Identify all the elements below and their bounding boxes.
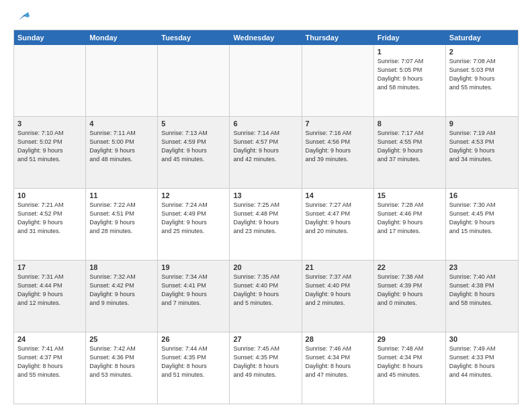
day-cell-25: 25Sunrise: 7:42 AM Sunset: 4:36 PM Dayli… (86, 332, 158, 404)
day-info: Sunrise: 7:13 AM Sunset: 4:59 PM Dayligh… (161, 129, 226, 164)
day-info: Sunrise: 7:30 AM Sunset: 4:45 PM Dayligh… (449, 201, 515, 236)
day-info: Sunrise: 7:14 AM Sunset: 4:57 PM Dayligh… (233, 129, 298, 164)
day-cell-24: 24Sunrise: 7:41 AM Sunset: 4:37 PM Dayli… (14, 332, 86, 404)
weekday-header-tuesday: Tuesday (158, 30, 230, 45)
day-cell-21: 21Sunrise: 7:37 AM Sunset: 4:40 PM Dayli… (302, 261, 374, 332)
day-number: 11 (89, 191, 154, 199)
day-number: 5 (161, 120, 226, 128)
day-number: 16 (449, 191, 515, 199)
header (13, 11, 519, 24)
day-cell-11: 11Sunrise: 7:22 AM Sunset: 4:51 PM Dayli… (86, 189, 158, 260)
day-info: Sunrise: 7:44 AM Sunset: 4:35 PM Dayligh… (161, 345, 226, 379)
day-number: 6 (233, 120, 298, 128)
day-number: 20 (233, 263, 298, 271)
calendar-body: 1Sunrise: 7:07 AM Sunset: 5:05 PM Daylig… (14, 45, 518, 404)
day-number: 14 (306, 191, 370, 199)
day-info: Sunrise: 7:10 AM Sunset: 5:02 PM Dayligh… (17, 129, 82, 164)
day-info: Sunrise: 7:11 AM Sunset: 5:00 PM Dayligh… (89, 129, 154, 164)
day-cell-29: 29Sunrise: 7:48 AM Sunset: 4:34 PM Dayli… (374, 332, 446, 404)
day-info: Sunrise: 7:16 AM Sunset: 4:56 PM Dayligh… (306, 129, 370, 164)
day-number: 7 (306, 120, 370, 128)
logo (13, 11, 30, 24)
day-cell-28: 28Sunrise: 7:46 AM Sunset: 4:34 PM Dayli… (302, 332, 374, 404)
weekday-header-friday: Friday (374, 30, 446, 45)
day-info: Sunrise: 7:45 AM Sunset: 4:35 PM Dayligh… (233, 345, 298, 379)
day-number: 9 (449, 120, 515, 128)
day-info: Sunrise: 7:07 AM Sunset: 5:05 PM Dayligh… (378, 57, 442, 92)
day-cell-20: 20Sunrise: 7:35 AM Sunset: 4:40 PM Dayli… (230, 261, 302, 332)
day-cell-19: 19Sunrise: 7:34 AM Sunset: 4:41 PM Dayli… (158, 261, 230, 332)
day-cell-5: 5Sunrise: 7:13 AM Sunset: 4:59 PM Daylig… (158, 117, 230, 188)
day-number: 26 (161, 335, 226, 343)
day-cell-2: 2Sunrise: 7:08 AM Sunset: 5:03 PM Daylig… (446, 45, 518, 116)
day-info: Sunrise: 7:48 AM Sunset: 4:34 PM Dayligh… (378, 345, 442, 379)
logo-bird-icon (15, 12, 30, 23)
day-cell-13: 13Sunrise: 7:25 AM Sunset: 4:48 PM Dayli… (230, 189, 302, 260)
day-cell-26: 26Sunrise: 7:44 AM Sunset: 4:35 PM Dayli… (158, 332, 230, 404)
day-number: 19 (161, 263, 226, 271)
day-number: 21 (306, 263, 370, 271)
day-number: 1 (378, 48, 442, 56)
day-info: Sunrise: 7:22 AM Sunset: 4:51 PM Dayligh… (89, 201, 154, 236)
day-cell-8: 8Sunrise: 7:17 AM Sunset: 4:55 PM Daylig… (374, 117, 446, 188)
day-number: 12 (161, 191, 226, 199)
day-info: Sunrise: 7:46 AM Sunset: 4:34 PM Dayligh… (306, 345, 370, 379)
day-number: 2 (449, 48, 515, 56)
day-number: 29 (378, 335, 442, 343)
day-info: Sunrise: 7:40 AM Sunset: 4:38 PM Dayligh… (449, 273, 515, 308)
day-cell-7: 7Sunrise: 7:16 AM Sunset: 4:56 PM Daylig… (302, 117, 374, 188)
calendar-header: SundayMondayTuesdayWednesdayThursdayFrid… (14, 30, 518, 45)
day-cell-6: 6Sunrise: 7:14 AM Sunset: 4:57 PM Daylig… (230, 117, 302, 188)
day-number: 23 (449, 263, 515, 271)
day-info: Sunrise: 7:35 AM Sunset: 4:40 PM Dayligh… (233, 273, 298, 308)
day-cell-22: 22Sunrise: 7:38 AM Sunset: 4:39 PM Dayli… (374, 261, 446, 332)
empty-cell (158, 45, 230, 116)
day-info: Sunrise: 7:34 AM Sunset: 4:41 PM Dayligh… (161, 273, 226, 308)
day-number: 24 (17, 335, 82, 343)
day-number: 30 (449, 335, 515, 343)
day-number: 15 (378, 191, 442, 199)
calendar-row-3: 17Sunrise: 7:31 AM Sunset: 4:44 PM Dayli… (14, 261, 518, 332)
day-info: Sunrise: 7:41 AM Sunset: 4:37 PM Dayligh… (17, 345, 82, 379)
day-cell-14: 14Sunrise: 7:27 AM Sunset: 4:47 PM Dayli… (302, 189, 374, 260)
day-cell-15: 15Sunrise: 7:28 AM Sunset: 4:46 PM Dayli… (374, 189, 446, 260)
calendar: SundayMondayTuesdayWednesdayThursdayFrid… (13, 30, 519, 404)
day-number: 25 (89, 335, 154, 343)
weekday-header-wednesday: Wednesday (230, 30, 302, 45)
day-number: 4 (89, 120, 154, 128)
day-info: Sunrise: 7:08 AM Sunset: 5:03 PM Dayligh… (449, 57, 515, 92)
day-cell-1: 1Sunrise: 7:07 AM Sunset: 5:05 PM Daylig… (374, 45, 446, 116)
day-info: Sunrise: 7:28 AM Sunset: 4:46 PM Dayligh… (378, 201, 442, 236)
day-cell-27: 27Sunrise: 7:45 AM Sunset: 4:35 PM Dayli… (230, 332, 302, 404)
day-number: 13 (233, 191, 298, 199)
day-info: Sunrise: 7:37 AM Sunset: 4:40 PM Dayligh… (306, 273, 370, 308)
day-info: Sunrise: 7:32 AM Sunset: 4:42 PM Dayligh… (89, 273, 154, 308)
day-info: Sunrise: 7:49 AM Sunset: 4:33 PM Dayligh… (449, 345, 515, 379)
day-info: Sunrise: 7:25 AM Sunset: 4:48 PM Dayligh… (233, 201, 298, 236)
day-info: Sunrise: 7:17 AM Sunset: 4:55 PM Dayligh… (378, 129, 442, 164)
day-info: Sunrise: 7:19 AM Sunset: 4:53 PM Dayligh… (449, 129, 515, 164)
day-cell-3: 3Sunrise: 7:10 AM Sunset: 5:02 PM Daylig… (14, 117, 86, 188)
weekday-header-sunday: Sunday (14, 30, 86, 45)
calendar-row-1: 3Sunrise: 7:10 AM Sunset: 5:02 PM Daylig… (14, 117, 518, 189)
day-info: Sunrise: 7:21 AM Sunset: 4:52 PM Dayligh… (17, 201, 82, 236)
day-info: Sunrise: 7:38 AM Sunset: 4:39 PM Dayligh… (378, 273, 442, 308)
day-cell-12: 12Sunrise: 7:24 AM Sunset: 4:49 PM Dayli… (158, 189, 230, 260)
day-number: 10 (17, 191, 82, 199)
calendar-row-2: 10Sunrise: 7:21 AM Sunset: 4:52 PM Dayli… (14, 189, 518, 261)
calendar-row-0: 1Sunrise: 7:07 AM Sunset: 5:05 PM Daylig… (14, 45, 518, 117)
empty-cell (302, 45, 374, 116)
day-cell-23: 23Sunrise: 7:40 AM Sunset: 4:38 PM Dayli… (446, 261, 518, 332)
day-number: 22 (378, 263, 442, 271)
day-number: 28 (306, 335, 370, 343)
empty-cell (14, 45, 86, 116)
day-cell-16: 16Sunrise: 7:30 AM Sunset: 4:45 PM Dayli… (446, 189, 518, 260)
day-cell-18: 18Sunrise: 7:32 AM Sunset: 4:42 PM Dayli… (86, 261, 158, 332)
day-info: Sunrise: 7:27 AM Sunset: 4:47 PM Dayligh… (306, 201, 370, 236)
day-cell-10: 10Sunrise: 7:21 AM Sunset: 4:52 PM Dayli… (14, 189, 86, 260)
day-cell-4: 4Sunrise: 7:11 AM Sunset: 5:00 PM Daylig… (86, 117, 158, 188)
calendar-row-4: 24Sunrise: 7:41 AM Sunset: 4:37 PM Dayli… (14, 332, 518, 404)
weekday-header-thursday: Thursday (302, 30, 374, 45)
day-info: Sunrise: 7:42 AM Sunset: 4:36 PM Dayligh… (89, 345, 154, 379)
day-number: 17 (17, 263, 82, 271)
